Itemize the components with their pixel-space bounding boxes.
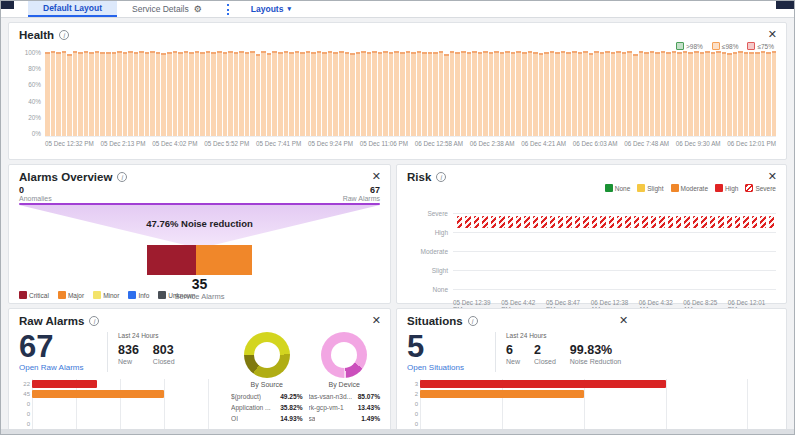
tname: Application ... xyxy=(231,403,271,414)
sev-bar xyxy=(420,390,584,398)
hbar xyxy=(189,52,194,136)
sev-row: 0 xyxy=(32,400,223,409)
hbar xyxy=(555,52,560,136)
layouts-dropdown[interactable]: Layouts ▾ xyxy=(251,1,291,17)
by-source-label: By Source xyxy=(251,381,283,388)
tab-service-details[interactable]: Service Details ⚙ xyxy=(117,1,217,17)
hatch-block xyxy=(609,216,614,228)
sev-row: 3 xyxy=(420,380,776,389)
hbar xyxy=(511,52,516,136)
gear-icon[interactable]: ⚙ xyxy=(194,5,202,14)
hatch-block xyxy=(634,216,639,228)
by-device-column: By Device tas-vsan-n3d...85.07%rk-gcp-vm… xyxy=(309,329,381,435)
divider xyxy=(107,332,108,372)
health-panel: Health i ✕ >98%≤98%≤75% 100%80%60%40%20%… xyxy=(8,22,787,160)
hbar xyxy=(306,51,311,136)
ytick: 20% xyxy=(28,114,41,121)
hatch-block xyxy=(760,216,765,228)
tname: OI xyxy=(231,414,238,425)
hbar xyxy=(356,52,361,136)
sev-bar xyxy=(32,390,164,398)
raw-alarms-endpoint: 67 Raw Alarms xyxy=(343,185,380,202)
hbar xyxy=(339,51,344,136)
close-icon[interactable]: ✕ xyxy=(768,171,777,182)
raw-severity-chart: 2245000015304560 xyxy=(19,379,223,435)
xtick: 05 Dec 4:02 PM xyxy=(152,140,197,147)
hbar xyxy=(228,51,233,136)
close-icon[interactable]: ✕ xyxy=(619,315,628,326)
hbar xyxy=(616,51,621,136)
sev-val: 22 xyxy=(20,381,30,387)
sev-area: 32000 xyxy=(420,379,776,429)
health-title: Health i xyxy=(19,29,776,41)
hbar xyxy=(722,52,727,136)
chip xyxy=(128,291,136,299)
hatch-block xyxy=(693,216,698,228)
close-icon[interactable]: ✕ xyxy=(768,29,777,40)
sev-bar xyxy=(32,380,97,388)
chip xyxy=(58,291,66,299)
hatch-block xyxy=(474,216,479,228)
close-icon[interactable]: ✕ xyxy=(372,171,381,182)
info-icon[interactable]: i xyxy=(436,172,446,182)
info-icon[interactable]: i xyxy=(59,30,69,40)
hbar xyxy=(677,52,682,136)
hbar xyxy=(433,52,438,136)
xtick: 05 Dec 7:41 PM xyxy=(256,140,301,147)
tname: sa xyxy=(309,414,316,425)
hbar xyxy=(284,51,289,136)
info-icon[interactable]: i xyxy=(468,316,478,326)
situations-stats: 5 Open Situations Last 24 Hours 6New2Clo… xyxy=(407,332,776,372)
ytick: 60% xyxy=(28,81,41,88)
stat: 2Closed xyxy=(534,343,556,365)
hbar xyxy=(394,51,399,136)
sev-rows: 32000 xyxy=(420,379,776,429)
hbar xyxy=(422,52,427,136)
service-alarms-bar[interactable] xyxy=(147,245,253,275)
lg-label: Minor xyxy=(103,292,119,299)
anomalies-endpoint: 0 Anomalies xyxy=(19,185,52,202)
xtick: 06 Dec 2:38 AM xyxy=(470,140,515,147)
sev-val: 0 xyxy=(408,421,418,427)
hatch-block xyxy=(600,216,605,228)
hbar xyxy=(633,54,638,136)
hbar xyxy=(561,51,566,136)
hatch-block xyxy=(524,216,529,228)
open-situations-link[interactable]: Open Situations xyxy=(407,363,485,372)
hbar xyxy=(178,52,183,136)
close-icon[interactable]: ✕ xyxy=(372,315,381,326)
stat: 6New xyxy=(506,343,520,365)
by-source-donut[interactable] xyxy=(244,332,290,378)
lg-label: High xyxy=(725,185,738,192)
hatch-block xyxy=(457,216,462,228)
hbar xyxy=(350,53,355,136)
info-icon[interactable]: i xyxy=(89,316,99,326)
hbar xyxy=(478,52,483,136)
hbar xyxy=(234,52,239,136)
risk-ylabel: Slight xyxy=(407,267,448,274)
tpct: 13.43% xyxy=(358,403,380,414)
tab-default-layout[interactable]: Default Layout xyxy=(28,1,117,17)
hbar xyxy=(295,51,300,136)
hbar xyxy=(378,52,383,136)
hbar xyxy=(206,51,211,136)
hatch-block xyxy=(558,216,563,228)
hbar xyxy=(417,51,422,136)
lg-label: Moderate xyxy=(681,185,708,192)
hbar xyxy=(589,53,594,136)
hatch-block xyxy=(583,216,588,228)
hbar xyxy=(400,52,405,136)
horizontal-scrollbar[interactable] xyxy=(1,429,794,434)
raw-alarms-stat-values: 836New803Closed xyxy=(118,343,175,365)
hbar xyxy=(672,51,677,136)
hbar xyxy=(522,52,527,136)
situations-title: Situations i xyxy=(407,315,776,327)
open-raw-alarms-link[interactable]: Open Raw Alarms xyxy=(19,363,97,372)
by-device-label: By Device xyxy=(328,381,360,388)
risk-line xyxy=(453,213,776,214)
info-icon[interactable]: i xyxy=(117,172,127,182)
by-device-donut[interactable] xyxy=(321,332,367,378)
anomalies-label: Anomalies xyxy=(19,195,52,202)
hbar xyxy=(78,52,83,136)
hbar xyxy=(711,52,716,136)
